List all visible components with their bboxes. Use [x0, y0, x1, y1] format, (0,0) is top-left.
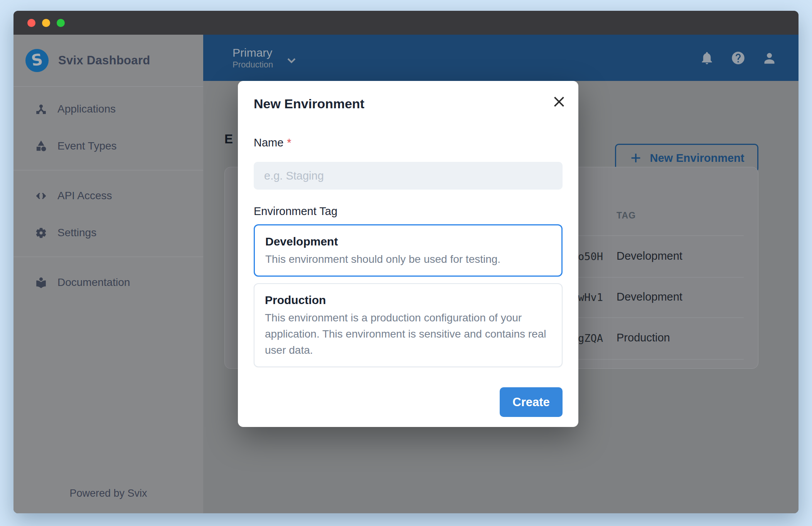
minimize-window-button[interactable]: [42, 19, 50, 27]
name-input[interactable]: [254, 162, 563, 190]
close-window-button[interactable]: [27, 19, 35, 27]
name-field-label: Name*: [254, 136, 563, 149]
create-button[interactable]: Create: [500, 387, 563, 417]
tag-option-description: This environment should only be used for…: [265, 251, 551, 267]
zoom-window-button[interactable]: [57, 19, 65, 27]
tag-option-development[interactable]: Development This environment should only…: [254, 224, 563, 277]
window-titlebar: [13, 11, 799, 35]
screenshot-canvas: S Svix Dashboard Applications: [0, 0, 812, 526]
app-window: S Svix Dashboard Applications: [13, 11, 799, 513]
close-icon[interactable]: [551, 94, 567, 109]
tag-option-title: Production: [265, 292, 551, 308]
required-marker: *: [287, 136, 291, 149]
environment-tag-label: Environment Tag: [254, 205, 563, 218]
tag-option-title: Development: [265, 234, 551, 250]
modal-actions: Create: [254, 387, 563, 417]
name-label-text: Name: [254, 136, 283, 149]
new-environment-modal: New Environment Name* Environment Tag De…: [238, 81, 578, 427]
tag-option-production[interactable]: Production This environment is a product…: [254, 283, 563, 367]
tag-option-description: This environment is a production configu…: [265, 310, 551, 358]
app-content: S Svix Dashboard Applications: [13, 35, 799, 513]
modal-title: New Environment: [254, 95, 563, 113]
